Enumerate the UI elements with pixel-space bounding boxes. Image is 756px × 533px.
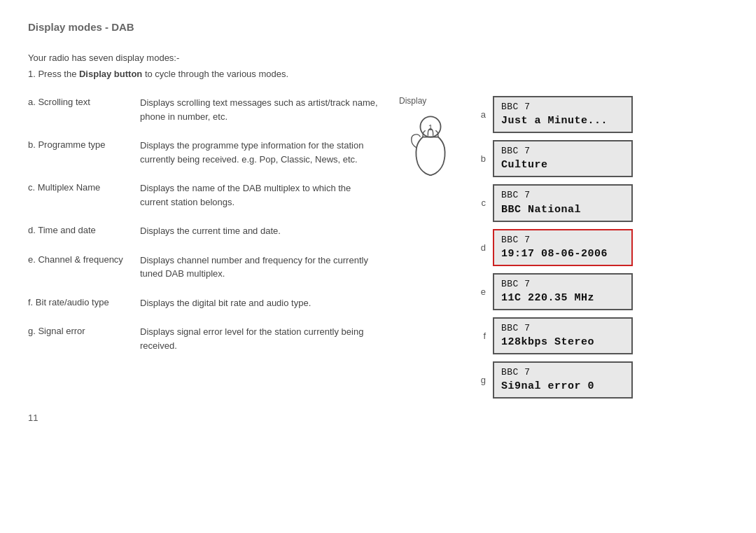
lcd-screen-f: BBC 7 128kbps Stereo — [493, 317, 633, 354]
mode-label-d: d. Time and date — [28, 224, 140, 235]
mode-label-c: c. Multiplex Name — [28, 181, 140, 193]
screen-c-line2: BBC National — [501, 202, 624, 217]
mode-desc-e: Displays channel number and frequency fo… — [140, 254, 378, 281]
mode-label-g: g. Signal error — [28, 325, 140, 336]
screen-d-line1: BBC 7 — [501, 234, 624, 247]
screen-b-line2: Culture — [501, 158, 624, 172]
screen-letter-b: b — [476, 153, 486, 164]
mode-row-b: b. Programme type Displays the programme… — [28, 139, 378, 166]
lcd-screen-e: BBC 7 11C 220.35 MHz — [493, 273, 633, 310]
mode-label-b: b. Programme type — [28, 139, 140, 150]
screen-a-line2: Just a Minute... — [501, 113, 624, 128]
screen-letter-a: a — [476, 109, 486, 120]
page-title: Display modes - DAB — [28, 21, 728, 33]
lcd-screen-c: BBC 7 BBC National — [493, 184, 633, 221]
screen-letter-e: e — [476, 286, 486, 297]
screen-letter-f: f — [476, 331, 486, 341]
mode-desc-b: Displays the programme type information … — [140, 139, 378, 166]
mode-row-c: c. Multiplex Name Displays the name of t… — [28, 181, 378, 209]
screen-g-line1: BBC 7 — [501, 366, 624, 379]
mode-row-d: d. Time and date Displays the current ti… — [28, 224, 378, 238]
screen-row-e: e BBC 7 11C 220.35 MHz — [476, 273, 728, 310]
screen-d-line2: 19:17 08-06-2006 — [501, 247, 624, 261]
mode-label-e: e. Channel & frequency — [28, 254, 140, 265]
instruction-bold: Display button — [79, 69, 142, 79]
screen-e-line2: 11C 220.35 MHz — [501, 291, 624, 305]
main-layout: a. Scrolling text Displays scrolling tex… — [28, 96, 728, 399]
mode-label-a: a. Scrolling text — [28, 96, 140, 107]
screen-g-line2: Si9nal error 0 — [501, 379, 624, 394]
mode-row-g: g. Signal error Displays signal error le… — [28, 325, 378, 352]
screen-f-line2: 128kbps Stereo — [501, 335, 624, 349]
illustration-column: Display 1 — [392, 96, 469, 399]
lcd-screen-a: BBC 7 Just a Minute... — [493, 96, 633, 133]
instruction-suffix: to cycle through the various modes. — [142, 69, 288, 79]
lcd-screen-d: BBC 7 19:17 08-06-2006 — [493, 229, 633, 266]
screen-row-c: c BBC 7 BBC National — [476, 184, 728, 221]
mode-row-a: a. Scrolling text Displays scrolling tex… — [28, 96, 378, 123]
screen-c-line1: BBC 7 — [501, 189, 624, 202]
screen-f-line1: BBC 7 — [501, 322, 624, 335]
screen-e-line1: BBC 7 — [501, 278, 624, 291]
screen-letter-d: d — [476, 242, 486, 253]
screen-row-f: f BBC 7 128kbps Stereo — [476, 317, 728, 354]
mode-desc-c: Displays the name of the DAB multiplex t… — [140, 181, 378, 209]
mode-row-f: f. Bit rate/audio type Displays the digi… — [28, 296, 378, 310]
mode-desc-d: Displays the current time and date. — [140, 224, 378, 238]
mode-desc-a: Displays scrolling text messages such as… — [140, 96, 378, 123]
display-label: Display — [399, 96, 426, 106]
instruction-prefix: 1. Press the — [28, 69, 79, 79]
lcd-screen-b: BBC 7 Culture — [493, 140, 633, 177]
screen-row-a: a BBC 7 Just a Minute... — [476, 96, 728, 133]
screen-row-d: d BBC 7 19:17 08-06-2006 — [476, 229, 728, 266]
mode-row-e: e. Channel & frequency Displays channel … — [28, 254, 378, 281]
press-instruction: 1. Press the Display button to cycle thr… — [28, 69, 728, 79]
hand-display-icon: 1 — [402, 113, 458, 183]
intro-text: Your radio has seven display modes:- — [28, 53, 728, 63]
screen-b-line1: BBC 7 — [501, 145, 624, 158]
mode-desc-g: Displays signal error level for the stat… — [140, 325, 378, 352]
svg-text:1: 1 — [428, 123, 433, 132]
modes-list: a. Scrolling text Displays scrolling tex… — [28, 96, 392, 399]
screen-a-line1: BBC 7 — [501, 101, 624, 113]
screen-row-b: b BBC 7 Culture — [476, 140, 728, 177]
page-number: 11 — [28, 413, 728, 423]
screens-column: a BBC 7 Just a Minute... b BBC 7 Culture… — [469, 96, 728, 399]
screen-letter-g: g — [476, 375, 486, 385]
mode-label-f: f. Bit rate/audio type — [28, 296, 140, 307]
screen-row-g: g BBC 7 Si9nal error 0 — [476, 361, 728, 399]
mode-desc-f: Displays the digital bit rate and audio … — [140, 296, 378, 310]
screen-letter-c: c — [476, 198, 486, 208]
lcd-screen-g: BBC 7 Si9nal error 0 — [493, 361, 633, 399]
